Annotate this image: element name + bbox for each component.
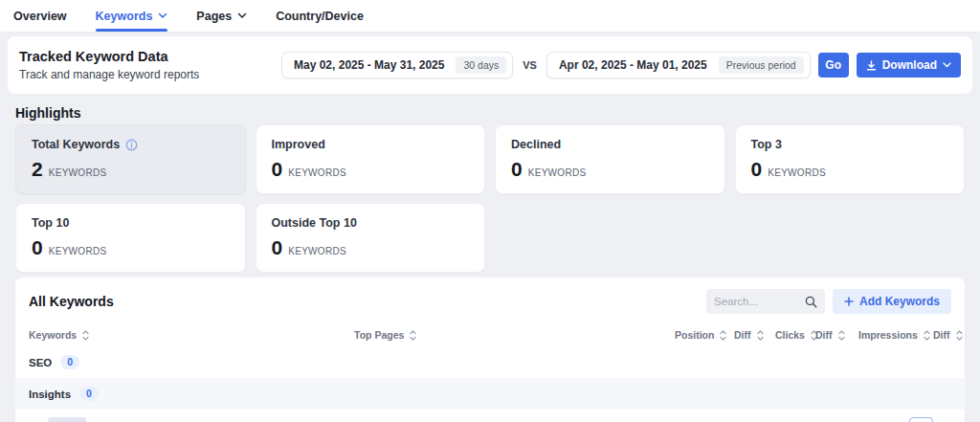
card-improved[interactable]: Improved 0 KEYWORDS [256, 124, 486, 194]
keyword-name: Insights [29, 389, 71, 400]
col-impressions-label: Impressions [858, 329, 918, 341]
col-impressions[interactable]: Impressions [858, 329, 933, 341]
top-nav: Overview Keywords Pages Country/Device [0, 0, 980, 33]
card-declined-label: Declined [511, 138, 561, 151]
col-keywords[interactable]: Keywords [29, 329, 354, 341]
sort-icon [955, 330, 964, 341]
highlights-title: Highlights [15, 105, 80, 121]
keyword-name: SEO [29, 357, 52, 368]
keyword-search [706, 289, 825, 314]
tab-pages[interactable]: Pages [196, 0, 247, 32]
card-unit: KEYWORDS [49, 167, 107, 178]
card-unit: KEYWORDS [288, 167, 346, 178]
tab-country-device-label: Country/Device [276, 10, 364, 23]
col-impressions-diff-label: Diff [933, 329, 950, 341]
sort-icon [81, 330, 90, 341]
tab-overview[interactable]: Overview [13, 0, 67, 32]
col-impressions-diff[interactable]: Diff [933, 329, 964, 341]
keyword-count-badge: 0 [79, 387, 99, 401]
col-keywords-label: Keywords [29, 329, 77, 341]
card-top-3-value: 0 [751, 158, 763, 181]
chevron-down-icon [943, 62, 951, 68]
col-top-pages-label: Top Pages [354, 329, 404, 341]
card-unit: KEYWORDS [288, 246, 346, 256]
page-header: Tracked Keyword Data Track and manage ke… [8, 36, 972, 94]
all-keywords-title: All Keywords [29, 294, 114, 309]
sort-icon [756, 330, 765, 341]
card-total-keywords-value: 2 [32, 158, 43, 181]
plus-icon [844, 297, 854, 306]
date-range-value: May 02, 2025 - May 31, 2025 [294, 58, 444, 72]
download-button-label: Download [882, 58, 937, 72]
tab-keywords-label: Keywords [96, 10, 153, 23]
chevron-down-icon [237, 12, 247, 19]
card-top-10[interactable]: Top 10 0 KEYWORDS [15, 203, 246, 273]
download-button[interactable]: Download [857, 53, 961, 78]
go-button[interactable]: Go [818, 53, 849, 78]
col-position-diff[interactable]: Diff [734, 329, 775, 341]
go-button-label: Go [825, 58, 841, 72]
tab-keywords[interactable]: Keywords [96, 0, 168, 32]
card-total-keywords[interactable]: Total Keywords 2 KEYWORDS [15, 124, 246, 194]
card-declined[interactable]: Declined 0 KEYWORDS [495, 124, 725, 194]
tab-country-device[interactable]: Country/Device [276, 0, 364, 32]
col-position-diff-label: Diff [734, 329, 751, 341]
table-header: Keywords Top Pages Position Diff Clicks … [15, 323, 965, 346]
compare-range-value: Apr 02, 2025 - May 01, 2025 [559, 58, 707, 72]
pagination-button[interactable] [909, 417, 933, 422]
add-keywords-button[interactable]: Add Keywords [833, 289, 951, 314]
tab-pages-label: Pages [196, 10, 232, 23]
card-total-keywords-label: Total Keywords [32, 138, 120, 151]
card-top-10-label: Top 10 [32, 216, 69, 230]
highlights-cards: Total Keywords 2 KEYWORDS Improved 0 KEY… [15, 124, 965, 273]
card-outside-top-10[interactable]: Outside Top 10 0 KEYWORDS [256, 203, 486, 273]
add-keywords-label: Add Keywords [859, 295, 940, 308]
card-declined-value: 0 [511, 158, 523, 181]
table-row[interactable]: SEO 0 [15, 346, 965, 378]
date-range-picker[interactable]: May 02, 2025 - May 31, 2025 30 days [281, 52, 513, 78]
card-improved-value: 0 [272, 158, 283, 181]
search-input[interactable] [714, 296, 799, 307]
page-subtitle: Track and manage keyword reports [19, 68, 199, 81]
card-outside-top-10-label: Outside Top 10 [272, 216, 357, 230]
tab-overview-label: Overview [13, 10, 67, 23]
date-range-badge: 30 days [456, 56, 506, 74]
all-keywords-panel: All Keywords Add Keywords Keywords Top P… [15, 278, 965, 422]
col-clicks-label: Clicks [775, 329, 805, 341]
card-top-3-label: Top 3 [751, 138, 782, 151]
col-position[interactable]: Position [675, 329, 734, 341]
search-icon[interactable] [805, 296, 817, 308]
page-title: Tracked Keyword Data [19, 49, 199, 64]
sort-icon [719, 330, 727, 341]
col-clicks[interactable]: Clicks [775, 329, 815, 341]
table-row-partial [15, 410, 965, 422]
sort-icon [923, 330, 931, 341]
compare-range-picker[interactable]: Apr 02, 2025 - May 01, 2025 Previous per… [546, 52, 811, 78]
info-icon[interactable] [125, 139, 138, 151]
card-unit: KEYWORDS [768, 167, 826, 178]
sort-icon [837, 330, 846, 341]
sort-icon [409, 330, 417, 341]
col-clicks-diff[interactable]: Diff [815, 329, 858, 341]
col-position-label: Position [675, 329, 714, 341]
chevron-down-icon [158, 12, 167, 19]
card-unit: KEYWORDS [528, 167, 587, 178]
col-top-pages[interactable]: Top Pages [354, 329, 675, 341]
keyword-count-badge: 0 [60, 355, 79, 369]
card-outside-top-10-value: 0 [272, 236, 283, 259]
partial-row-content [48, 417, 86, 422]
card-improved-label: Improved [272, 138, 325, 151]
card-unit: KEYWORDS [49, 246, 107, 256]
card-top-3[interactable]: Top 3 0 KEYWORDS [735, 124, 966, 194]
card-top-10-value: 0 [32, 236, 43, 259]
vs-label: VS [521, 59, 539, 71]
download-icon [866, 60, 877, 71]
col-clicks-diff-label: Diff [815, 329, 833, 341]
table-row[interactable]: Insights 0 [15, 378, 965, 410]
compare-range-badge: Previous period [719, 56, 804, 74]
